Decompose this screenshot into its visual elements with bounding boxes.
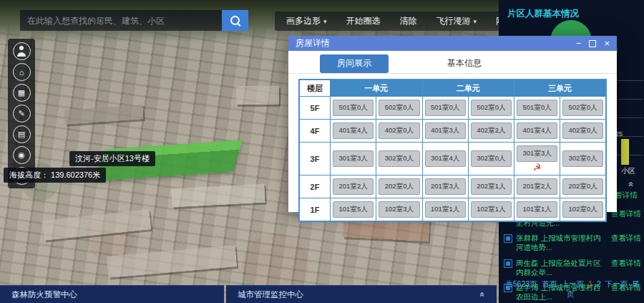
pagination-page-1[interactable]: 1 <box>588 279 592 288</box>
panel-forest-fire-warning-center[interactable]: 森林防火预警中心 <box>0 285 224 303</box>
room-button[interactable]: 202室0人 <box>562 178 603 195</box>
toolbar-item-clear[interactable]: 清除 <box>400 15 417 27</box>
room-cell: 302室0人 <box>560 143 606 175</box>
room-cell: 401室4人 <box>331 120 376 143</box>
room-button[interactable]: 102室3人 <box>379 201 419 218</box>
tab-basic-info[interactable]: 基本信息 <box>430 54 499 73</box>
room-button[interactable]: 302室0人 <box>471 150 512 167</box>
room-button[interactable]: 201室2人 <box>517 178 557 195</box>
map-building <box>236 86 279 105</box>
table-row: 4F401室4人402室0人401室3人402室2人401室4人402室0人 <box>299 120 606 143</box>
room-button[interactable]: 401室4人 <box>517 122 557 139</box>
user-icon[interactable] <box>13 42 31 60</box>
room-button[interactable]: 101室5人 <box>333 201 374 218</box>
room-button[interactable]: 302室0人 <box>562 150 603 167</box>
room-cell: 201室2人 <box>331 175 376 198</box>
room-button[interactable]: 501室0人 <box>425 100 466 116</box>
toolbar-item-label: 画多边形 <box>286 15 321 27</box>
panel-label: 森林防火预警中心 <box>11 289 77 300</box>
unit-column-header: 一单元 <box>331 80 423 97</box>
table-row: 3F301室3人302室0人301室4人302室0人301室3人☭302室0人 <box>299 143 606 175</box>
dialog-header[interactable]: 房屋详情 − × <box>288 36 617 51</box>
room-button[interactable]: 301室3人 <box>517 145 557 162</box>
room-cell: 202室0人 <box>560 175 606 198</box>
altitude-label: 海拔高度： 139.602376米 <box>4 168 106 183</box>
floor-label: 2F <box>299 175 331 198</box>
pagination-first[interactable]: 首页 <box>542 279 557 288</box>
room-cell: 301室3人 <box>331 143 376 175</box>
minimize-button[interactable]: − <box>576 39 582 48</box>
room-cell: 402室0人 <box>376 120 422 143</box>
pagination-page-2[interactable]: 2 <box>597 279 601 288</box>
room-button[interactable]: 301室3人 <box>333 150 374 167</box>
chevron-down-icon: ▾ <box>474 18 477 25</box>
room-button[interactable]: 402室0人 <box>379 122 419 139</box>
panel-city-management-monitor-center[interactable]: 城市管理监控中心 « <box>226 285 497 303</box>
camera-icon[interactable]: ◉ <box>13 146 31 164</box>
document-icon[interactable]: ▤ <box>13 125 31 143</box>
toolbar-item-start-select[interactable]: 开始圈选 <box>346 15 381 27</box>
room-button[interactable]: 502室0人 <box>471 100 512 116</box>
list-item: 周生磊 上报应急处置片区内群众举...查看详情 <box>504 259 641 277</box>
room-button[interactable]: 502室0人 <box>562 100 603 116</box>
table-header-row: 楼层一单元二单元三单元 <box>299 80 606 97</box>
view-detail-link[interactable]: 查看详情 <box>611 259 641 268</box>
room-button[interactable]: 502室0人 <box>379 100 419 116</box>
room-cell: 501室0人 <box>514 97 560 120</box>
document-icon: ▤ <box>18 130 25 139</box>
table-row: 5F501室0人502室0人501室0人502室0人501室0人502室0人 <box>299 97 606 120</box>
tab-room-display[interactable]: 房间展示 <box>320 54 389 73</box>
view-detail-link[interactable]: 查看详情 <box>611 234 641 243</box>
room-button[interactable]: 402室0人 <box>562 122 603 139</box>
room-button[interactable]: 302室0人 <box>379 150 419 167</box>
pagination-next[interactable]: 下一页 <box>605 279 628 288</box>
room-button[interactable]: 102室0人 <box>562 201 603 218</box>
room-button[interactable]: 202室1人 <box>471 178 512 195</box>
room-cell: 102室0人 <box>560 198 606 222</box>
room-cell: 502室0人 <box>560 97 606 120</box>
room-button[interactable]: 201室3人 <box>425 178 466 195</box>
building-grid-icon: ▦ <box>18 88 25 97</box>
room-button[interactable]: 301室4人 <box>425 150 466 167</box>
pagination-prev[interactable]: 上一页 <box>562 279 585 288</box>
edit-pencil-icon: ✎ <box>18 109 24 118</box>
floor-label: 5F <box>299 97 331 120</box>
room-button[interactable]: 202室0人 <box>379 178 419 195</box>
house-detail-dialog: 房屋详情 − × 房间展示基本信息 楼层一单元二单元三单元5F501室0人502… <box>288 36 617 212</box>
room-cell: 401室4人 <box>514 120 560 143</box>
search-input[interactable] <box>20 10 222 31</box>
room-cell: 301室3人☭ <box>514 143 560 175</box>
building-label: 汶河-安居小区13号楼 <box>69 151 155 166</box>
collapse-up-icon[interactable]: « <box>627 182 637 187</box>
room-button[interactable]: 401室3人 <box>425 122 466 139</box>
building-grid-icon[interactable]: ▦ <box>13 84 31 102</box>
mini-bar-chart: 25 小区 <box>613 80 643 185</box>
camera-icon: ◉ <box>18 150 25 160</box>
room-button[interactable]: 101室1人 <box>425 201 466 218</box>
floor-label: 3F <box>299 143 331 175</box>
room-button[interactable]: 101室1人 <box>517 201 557 218</box>
toolbar-item-draw-polygon[interactable]: 画多边形▾ <box>286 15 327 27</box>
map-building <box>64 105 143 125</box>
report-text: 张群群 上报城市管理村内河道地势... <box>516 234 608 252</box>
dialog-title: 房屋详情 <box>296 37 330 49</box>
home-icon[interactable]: ⌂ <box>13 63 31 81</box>
room-button[interactable]: 501室0人 <box>333 100 374 116</box>
search-button[interactable] <box>222 10 248 31</box>
room-button[interactable]: 402室2人 <box>471 122 512 139</box>
toolbar-item-fly-tour[interactable]: 飞行漫游▾ <box>436 15 477 27</box>
room-button[interactable]: 102室1人 <box>471 201 512 218</box>
room-cell: 202室0人 <box>376 175 422 198</box>
room-button[interactable]: 201室2人 <box>333 178 374 195</box>
close-button[interactable]: × <box>604 39 610 48</box>
edit-pencil-icon[interactable]: ✎ <box>13 105 31 122</box>
floor-column-header: 楼层 <box>299 80 331 97</box>
bar <box>621 139 629 165</box>
collapse-up-icon[interactable]: « <box>478 292 488 297</box>
room-cell: 501室0人 <box>331 97 376 120</box>
room-button[interactable]: 401室4人 <box>333 122 374 139</box>
maximize-button[interactable] <box>589 40 596 47</box>
room-button[interactable]: 501室0人 <box>517 100 557 116</box>
chevron-down-icon: ▾ <box>323 18 327 25</box>
room-cell: 402室0人 <box>560 120 606 143</box>
